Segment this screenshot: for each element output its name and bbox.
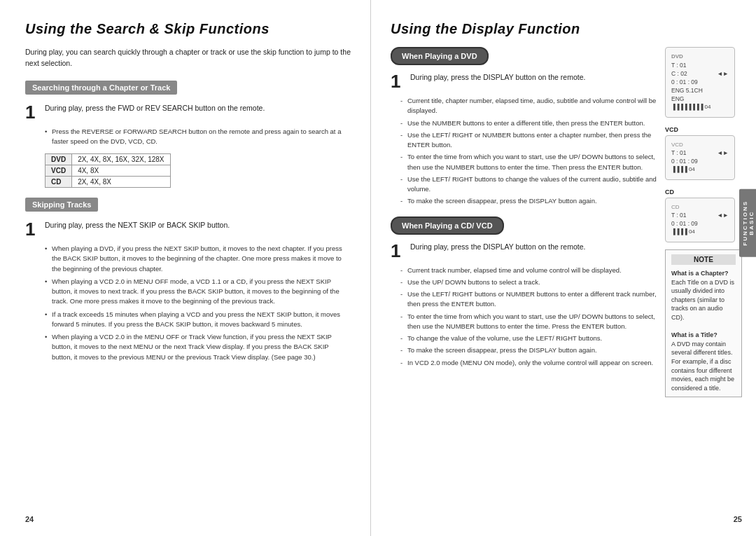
search-bullets: Press the REVERSE or FORWARD SEARCH butt… (45, 127, 351, 147)
speed-table-row: VCD4X, 8X (46, 165, 171, 177)
vcd-row-time: 0 : 01 : 09 (671, 158, 729, 165)
what-is-chapter-title: What is a Chapter? (671, 270, 729, 277)
dvd-row-audio: ENG 5.1CH (671, 87, 729, 94)
search-step1-text: During play, press the FWD or REV SEARCH… (45, 103, 265, 114)
vcd-display-panel: VCD T : 01 ◄► 0 : 01 : 09 ▐▐▐▐ 04 (665, 135, 735, 180)
skip-step-number: 1 (25, 220, 39, 238)
dvd-step1-text: During play, press the DISPLAY button on… (410, 72, 585, 83)
main-right-content: When Playing a DVD 1 During play, press … (391, 47, 665, 522)
skip-bullet: If a track exceeds 15 minutes when playi… (45, 310, 351, 330)
skip-section-header: Skipping Tracks (25, 198, 98, 212)
speed-table: DVD2X, 4X, 8X, 16X, 32X, 128XVCD4X, 8XCD… (45, 153, 171, 188)
dvd-dash-item: To make the screen disappear, press the … (400, 196, 659, 206)
speed-values: 2X, 4X, 8X, 16X, 32X, 128X (72, 154, 170, 165)
skip-bullet: When playing a DVD, if you press the NEX… (45, 244, 351, 274)
search-section-header: Searching through a Chapter or Track (25, 81, 177, 95)
functions-tab-text: BASICFUNCTIONS (742, 200, 755, 246)
skip-step1: 1 During play, press the NEXT SKIP or BA… (25, 220, 351, 238)
dvd-step1: 1 During play, press the DISPLAY button … (391, 72, 659, 90)
vcd-row-t: T : 01 ◄► (671, 149, 729, 156)
left-page: Using the Search & Skip Functions During… (0, 0, 371, 536)
cd-label: CD (665, 188, 674, 195)
dvd-row-sub: ENG (671, 95, 729, 102)
dvd-row-vol: ▐▐▐▐▐▐▐▐ 04 (671, 104, 729, 110)
cd-row-time: 0 : 01 : 09 (671, 220, 729, 227)
functions-tab-container: BASICFUNCTIONS (739, 189, 756, 257)
skip-step1-text: During play, press the NEXT SKIP or BACK… (45, 220, 230, 231)
cd-row-t: T : 01 ◄► (671, 212, 729, 219)
cdvcd-step1: 1 During play, press the DISPLAY button … (391, 242, 659, 260)
note-title: NOTE (671, 254, 736, 265)
vcd-label-row: VCD (665, 125, 742, 133)
cdvcd-dash-item: To make the screen disappear, press the … (400, 345, 659, 355)
skip-bullet: When playing a VCD 2.0 in MENU OFF mode,… (45, 277, 351, 307)
right-page: Using the Display Function When Playing … (371, 0, 756, 536)
dvd-row-c: C : 02 ◄► (671, 70, 729, 77)
what-is-chapter-text: Each Title on a DVD is usually divided i… (671, 279, 734, 321)
cd-display-panel: CD T : 01 ◄► 0 : 01 : 09 ▐▐▐▐ 04 (665, 198, 735, 242)
vcd-row-vol: ▐▐▐▐ 04 (671, 166, 729, 172)
skip-bullet: When playing a VCD 2.0 in the MENU OFF o… (45, 332, 351, 362)
cdvcd-dashes: Current track number, elapsed time and v… (400, 266, 659, 368)
cdvcd-section: When Playing a CD/ VCD 1 During play, pr… (391, 217, 659, 368)
page-container: Using the Search & Skip Functions During… (0, 0, 756, 536)
intro-text: During play, you can search quickly thro… (25, 47, 351, 69)
dvd-step-number: 1 (391, 72, 405, 90)
vcd-label: VCD (665, 126, 678, 133)
right-title: Using the Display Function (391, 21, 742, 37)
dvd-section-header: When Playing a DVD (391, 47, 489, 65)
what-is-title-text: A DVD may contain several different titl… (671, 341, 734, 392)
speed-format: VCD (46, 165, 72, 177)
dvd-panel-label: DVD (671, 53, 729, 60)
speed-table-row: DVD2X, 4X, 8X, 16X, 32X, 128X (46, 154, 171, 165)
cd-label-row: CD (665, 187, 742, 195)
left-title: Using the Search & Skip Functions (25, 21, 351, 37)
cdvcd-step1-text: During play, press the DISPLAY button on… (410, 242, 585, 253)
cdvcd-dash-item: Current track number, elapsed time and v… (400, 266, 659, 275)
dvd-display-panel: DVD T : 01 C : 02 ◄► 0 : 01 : 09 ENG 5.1… (665, 47, 735, 118)
dvd-section: When Playing a DVD 1 During play, press … (391, 47, 659, 207)
dvd-dash-item: To enter the time from which you want to… (400, 152, 659, 172)
speed-format: CD (46, 177, 72, 188)
search-section: Searching through a Chapter or Track 1 D… (25, 81, 351, 188)
cd-row-vol: ▐▐▐▐ 04 (671, 228, 729, 235)
cdvcd-section-header: When Playing a CD/ VCD (391, 217, 504, 235)
what-is-title-title: What is a Title? (671, 331, 718, 338)
dvd-dashes: Current title, chapter number, elapsed t… (400, 96, 659, 207)
right-sidebar: DVD T : 01 C : 02 ◄► 0 : 01 : 09 ENG 5.1… (665, 47, 742, 522)
left-page-number: 24 (25, 515, 34, 523)
dvd-dash-item: Use the LEFT/ RIGHT buttons to change th… (400, 174, 659, 195)
cd-row-label: CD (671, 204, 729, 210)
skip-bullets: When playing a DVD, if you press the NEX… (45, 244, 351, 362)
dvd-dash-item: Use the LEFT/ RIGHT or NUMBER buttons en… (400, 130, 659, 151)
speed-values: 2X, 4X, 8X (72, 177, 170, 188)
skip-section: Skipping Tracks 1 During play, press the… (25, 198, 351, 362)
speed-table-row: CD2X, 4X, 8X (46, 177, 171, 188)
cdvcd-dash-item: To change the value of the volume, use t… (400, 334, 659, 343)
speed-values: 4X, 8X (72, 165, 170, 177)
note-box: NOTE What is a Chapter? Each Title on a … (665, 249, 742, 397)
dvd-dash-item: Use the NUMBER buttons to enter a differ… (400, 118, 659, 128)
speed-format: DVD (46, 154, 72, 165)
dvd-row-time: 0 : 01 : 09 (671, 78, 729, 85)
functions-tab: BASICFUNCTIONS (739, 189, 756, 257)
search-step1: 1 During play, press the FWD or REV SEAR… (25, 103, 351, 121)
cdvcd-dash-item: Use the UP/ DOWN buttons to select a tra… (400, 277, 659, 287)
dvd-row-t: T : 01 (671, 62, 729, 69)
vcd-row-label: VCD (671, 142, 729, 148)
note-content: What is a Chapter? Each Title on a DVD i… (671, 269, 736, 392)
step-number-1: 1 (25, 103, 39, 121)
cdvcd-dash-item: To enter the time from which you want to… (400, 312, 659, 332)
cdvcd-dash-item: Use the LEFT/ RIGHT buttons or NUMBER bu… (400, 289, 659, 310)
right-page-number: 25 (734, 515, 742, 523)
cdvcd-step-number: 1 (391, 242, 405, 260)
search-bullet-1: Press the REVERSE or FORWARD SEARCH butt… (45, 127, 351, 147)
right-col-container: When Playing a DVD 1 During play, press … (391, 47, 742, 522)
dvd-dash-item: Current title, chapter number, elapsed t… (400, 96, 659, 116)
cdvcd-dash-item: In VCD 2.0 mode (MENU ON mode), only the… (400, 358, 659, 368)
